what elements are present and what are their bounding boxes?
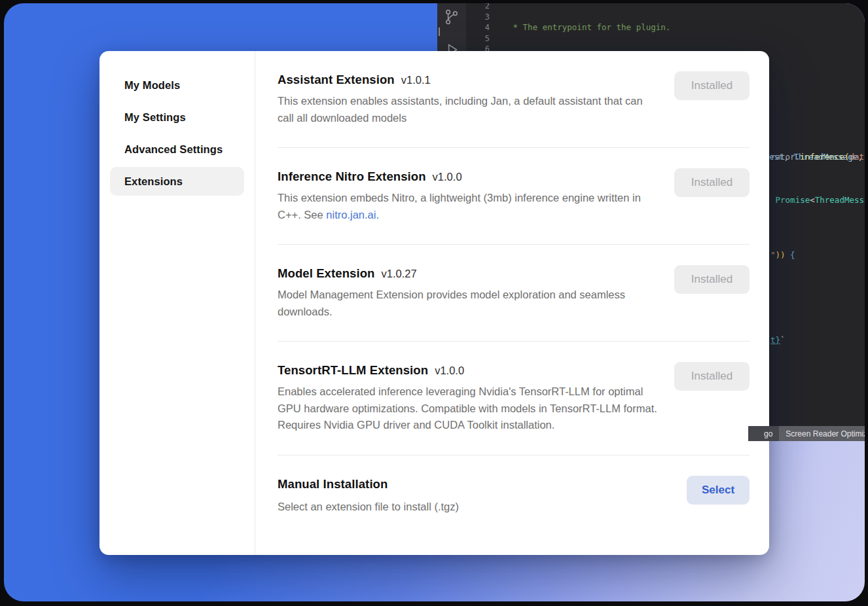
installed-button[interactable]: Installed xyxy=(674,362,750,391)
source-control-icon[interactable] xyxy=(443,9,460,28)
installed-button[interactable]: Installed xyxy=(674,265,750,294)
code-line: * The entrypoint for the plugin. xyxy=(508,22,865,33)
code-fragment: t}` xyxy=(770,335,786,346)
manual-installation-description: Select an extension file to install (.tg… xyxy=(278,499,459,516)
editor-status-bar: go Screen Reader Optimize xyxy=(748,426,865,441)
extension-description: Enables accelerated inference leveraging… xyxy=(278,383,660,434)
sidebar-item-extensions[interactable]: Extensions xyxy=(110,167,244,196)
code-fragment: rator.inference(data)); xyxy=(770,152,865,163)
code-fragment: ")) { xyxy=(770,250,795,261)
extension-name: Inference Nitro Extension xyxy=(278,169,426,184)
extension-row-inference-nitro: Inference Nitro Extension v1.0.0 This ex… xyxy=(278,147,750,244)
desktop-window: 2 3 4 5 6 * The entrypoint for the plugi… xyxy=(4,3,865,601)
extension-description: This extension embeds Nitro, a lightweig… xyxy=(278,190,660,223)
extension-row-assistant: Assistant Extension v1.0.1 This extensio… xyxy=(278,51,750,147)
select-file-button[interactable]: Select xyxy=(687,476,750,505)
manual-installation-title: Manual Installation xyxy=(278,477,388,491)
extension-description: This extension enables assistants, inclu… xyxy=(278,93,660,126)
extension-name: Assistant Extension xyxy=(278,73,395,87)
sidebar-item-my-settings[interactable]: My Settings xyxy=(110,103,244,132)
extension-row-model: Model Extension v1.0.27 Model Management… xyxy=(278,244,750,341)
line-numbers: 2 3 4 5 6 xyxy=(466,3,495,55)
extensions-list: Assistant Extension v1.0.1 This extensio… xyxy=(255,51,769,555)
settings-modal: My Models My Settings Advanced Settings … xyxy=(99,51,769,555)
code-fragment: Promise<ThreadMessage> xyxy=(770,195,865,206)
nitro-jan-ai-link[interactable]: nitro.jan.ai. xyxy=(326,209,379,221)
manual-installation-row: Manual Installation Select an extension … xyxy=(278,455,750,531)
extension-version: v1.0.0 xyxy=(435,365,464,377)
text-cursor xyxy=(439,27,440,36)
installed-button[interactable]: Installed xyxy=(674,71,750,100)
sidebar-item-advanced-settings[interactable]: Advanced Settings xyxy=(110,135,244,164)
screen-reader-optimize-button[interactable]: Screen Reader Optimize xyxy=(779,426,865,441)
extension-version: v1.0.1 xyxy=(401,74,431,86)
extension-version: v1.0.0 xyxy=(433,171,462,183)
installed-button[interactable]: Installed xyxy=(674,168,750,197)
extension-name: Model Extension xyxy=(278,266,375,281)
sidebar-item-my-models[interactable]: My Models xyxy=(110,71,244,99)
extension-row-tensorrt-llm: TensortRT-LLM Extension v1.0.0 Enables a… xyxy=(278,341,750,455)
extension-version: v1.0.27 xyxy=(382,268,417,280)
extension-name: TensortRT-LLM Extension xyxy=(278,363,428,378)
settings-sidebar: My Models My Settings Advanced Settings … xyxy=(99,51,255,555)
status-bar-text: go xyxy=(748,429,779,438)
extension-description: Model Management Extension provides mode… xyxy=(278,287,660,320)
